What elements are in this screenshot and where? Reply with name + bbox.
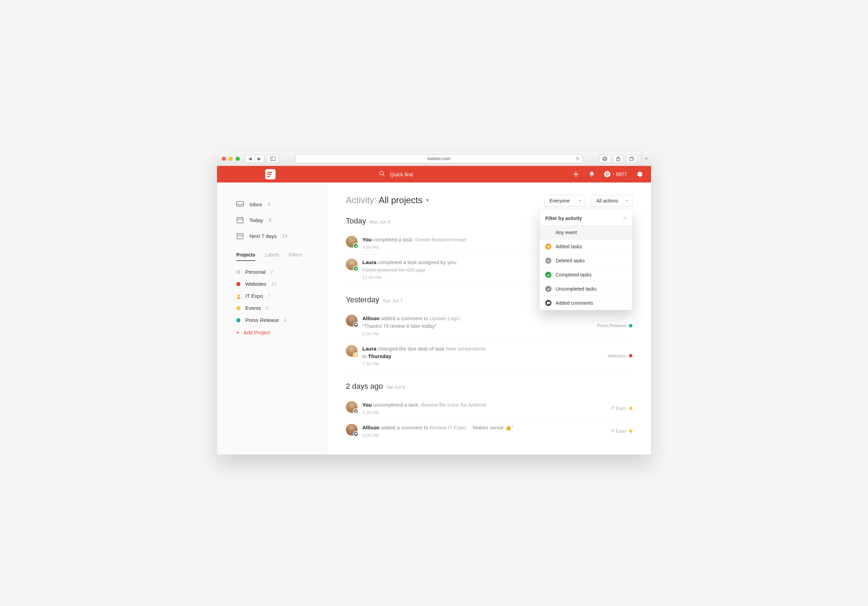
tabs-button[interactable] (626, 155, 637, 163)
activity-body: Allison added a comment to Update Logo:“… (362, 315, 592, 336)
project-item[interactable]: Events4 (236, 302, 327, 314)
activity-line: Allison added a comment to Update Logo: (362, 315, 592, 322)
notifications-icon[interactable] (588, 171, 595, 178)
project-label: IT Expo (245, 293, 263, 299)
add-project-button[interactable]: + Add Project (236, 326, 327, 339)
activity-project[interactable]: Press Release (597, 323, 632, 328)
section-date: Mon Jun 8 (370, 220, 391, 224)
downloads-button[interactable] (599, 155, 610, 163)
section-date: Sat Jun 6 (386, 385, 405, 390)
today-count: 8 (269, 217, 271, 223)
dropdown-item[interactable]: Deleted tasks (540, 254, 632, 268)
project-item[interactable]: Press Release4 (236, 314, 327, 326)
svg-text:+7: +7 (238, 236, 242, 239)
sidebar-next7[interactable]: +7 Next 7 days 14 (236, 228, 327, 244)
close-icon[interactable]: × (623, 215, 626, 222)
svg-rect-0 (270, 157, 276, 161)
karma-score[interactable]: O ↑ 5877 (604, 171, 627, 177)
app-header: Quick find O ↑ 5877 (217, 166, 651, 182)
avatar (346, 401, 358, 413)
complete-badge-icon (353, 266, 358, 271)
filter-activity-dropdown: Filter by activity × Any eventAdded task… (539, 209, 632, 310)
quick-find[interactable]: Quick find (379, 170, 413, 178)
project-item[interactable]: IT Expo7 (236, 290, 327, 302)
forward-button[interactable]: ▶ (255, 155, 264, 163)
dropdown-item[interactable]: Uncompleted tasks (540, 282, 632, 296)
app-body: Inbox 4 Today 8 +7 Next 7 days 14 Projec… (217, 182, 651, 454)
project-label: IT Expo (611, 406, 626, 411)
close-window-icon[interactable] (222, 157, 226, 161)
project-label: Websites (608, 353, 626, 359)
projects-list: Personal2Websites12IT Expo7Events4Press … (236, 266, 327, 326)
quick-find-placeholder: Quick find (390, 172, 413, 177)
karma-badge-icon: O (604, 171, 610, 177)
sidebar-toggle-button[interactable] (267, 155, 279, 163)
next7-label: Next 7 days (250, 233, 277, 239)
section-heading: 2 days agoSat Jun 6 (346, 382, 632, 391)
minimize-window-icon[interactable] (229, 157, 233, 161)
project-count: 2 (270, 269, 273, 275)
inbox-icon (236, 200, 244, 208)
activity-item: Allison added a comment to Review IT Exp… (346, 420, 632, 442)
activity-project[interactable]: IT Expo (611, 428, 632, 433)
tab-labels[interactable]: Labels (265, 252, 279, 261)
url-bar[interactable]: todoist.com ↻ (295, 154, 583, 163)
project-item[interactable]: Websites12 (236, 278, 327, 290)
activity-time: 7:30 PM (362, 361, 603, 366)
chevron-down-icon: ▼ (625, 199, 629, 203)
project-count: 12 (271, 281, 277, 287)
maximize-window-icon[interactable] (236, 157, 240, 161)
activity-project[interactable]: Websites (608, 353, 632, 359)
filter-people-value: Everyone (549, 198, 570, 204)
refresh-icon[interactable]: ↻ (576, 156, 580, 161)
minus-icon (545, 258, 552, 264)
due-badge-icon (353, 352, 358, 358)
sidebar-inbox[interactable]: Inbox 4 (236, 196, 327, 212)
tab-filters[interactable]: Filters (289, 252, 302, 261)
project-color-dot (236, 270, 240, 274)
dropdown-item-label: Any event (556, 230, 577, 235)
project-label: Events (245, 305, 261, 311)
app-window: ◀ ▶ todoist.com ↻ + (217, 152, 651, 454)
project-color-dot (629, 429, 632, 433)
dropdown-item[interactable]: Completed tasks (540, 268, 632, 282)
check-icon (545, 286, 552, 292)
dropdown-item[interactable]: Added tasks (540, 240, 632, 254)
dropdown-item-label: Deleted tasks (556, 258, 585, 263)
back-button[interactable]: ◀ (245, 155, 255, 163)
project-item[interactable]: Personal2 (236, 266, 327, 278)
person-icon (236, 294, 240, 298)
dropdown-item[interactable]: Added comments (540, 296, 632, 310)
section-title: Yesterday (346, 295, 379, 305)
calendar-today-icon (236, 216, 244, 224)
window-controls (222, 157, 240, 161)
activity-filters: Everyone ▼ All actions ▼ (544, 195, 632, 207)
avatar (346, 424, 358, 436)
dropdown-header: Filter by activity × (540, 210, 632, 226)
section-date: Sun Jun 7 (383, 298, 403, 303)
title-dropdown-icon[interactable]: ▾ (426, 197, 429, 204)
avatar (346, 345, 358, 357)
share-button[interactable] (613, 155, 623, 163)
activity-body: Laura changed the due date of task New s… (362, 345, 603, 367)
add-project-label: Add Project (243, 329, 270, 335)
sidebar-today[interactable]: Today 8 (236, 212, 327, 228)
add-task-icon[interactable] (572, 171, 579, 178)
project-label: Personal (245, 269, 265, 275)
filter-people-select[interactable]: Everyone ▼ (544, 195, 586, 207)
browser-chrome: ◀ ▶ todoist.com ↻ + (217, 152, 651, 166)
new-tab-button[interactable]: + (641, 152, 651, 165)
svg-point-5 (380, 171, 383, 175)
dropdown-item[interactable]: Any event (540, 226, 632, 240)
project-label: IT Expo (611, 428, 626, 433)
project-color-dot (236, 318, 240, 322)
dropdown-list: Any eventAdded tasksDeleted tasksComplet… (540, 226, 632, 310)
tab-projects[interactable]: Projects (236, 252, 255, 261)
app-logo-icon[interactable] (265, 169, 276, 179)
project-color-dot (236, 306, 240, 310)
filter-actions-select[interactable]: All actions ▼ (591, 195, 632, 207)
uncomplete-badge-icon (353, 408, 358, 414)
complete-badge-icon (353, 243, 358, 249)
activity-project[interactable]: IT Expo (611, 406, 632, 411)
settings-gear-icon[interactable] (636, 171, 643, 178)
